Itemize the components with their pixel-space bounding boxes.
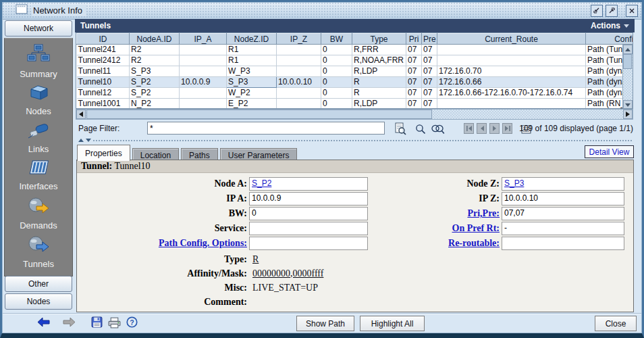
- column-header[interactable]: NodeZ.ID: [227, 34, 277, 45]
- cell-ipZ[interactable]: [277, 66, 321, 77]
- cell-ipA[interactable]: [180, 45, 227, 55]
- cell-nodeZ[interactable]: W_P2: [227, 88, 277, 99]
- collapse-down-icon[interactable]: [86, 139, 91, 142]
- cell-route[interactable]: [437, 45, 586, 55]
- print-icon[interactable]: [108, 317, 121, 331]
- cell-ipA[interactable]: [180, 55, 227, 66]
- scroll-left-icon[interactable]: [76, 110, 86, 119]
- cell-pre[interactable]: 07: [422, 45, 437, 55]
- cell-pre[interactable]: 07: [422, 55, 437, 66]
- cell-pri[interactable]: 07: [406, 55, 422, 66]
- column-header[interactable]: IP_A: [180, 34, 227, 45]
- first-page-icon[interactable]: [464, 123, 474, 134]
- detail-view-button[interactable]: Detail View: [585, 145, 634, 158]
- actions-menu-button[interactable]: Actions: [591, 21, 629, 30]
- field-input[interactable]: S_P2: [249, 177, 368, 191]
- field-value[interactable]: S_P3: [504, 178, 524, 188]
- table-row[interactable]: Tunnel10S_P210.0.0.9S_P310.0.0.100R07071…: [77, 77, 634, 88]
- cell-bw[interactable]: 0: [321, 66, 352, 77]
- sidebar-item-links[interactable]: Links: [27, 122, 50, 154]
- cell-pri[interactable]: 07: [406, 77, 422, 88]
- field-input[interactable]: [249, 237, 368, 250]
- cell-bw[interactable]: 0: [321, 55, 352, 66]
- cell-nodeA[interactable]: R2: [130, 55, 180, 66]
- cell-nodeZ[interactable]: R1: [227, 45, 277, 55]
- cell-id[interactable]: Tunnel1001: [77, 99, 130, 110]
- cell-route[interactable]: 172.16.0.66: [437, 77, 586, 88]
- field-value[interactable]: R: [252, 254, 259, 265]
- horizontal-scrollbar[interactable]: [76, 109, 633, 120]
- column-header[interactable]: Config: [586, 34, 634, 45]
- cell-type[interactable]: R,FRR: [352, 45, 406, 55]
- table-row[interactable]: Tunnel2412R2R10R,NOAA,FRR0707Path (Tunne: [77, 55, 634, 66]
- other-button[interactable]: Other: [5, 276, 72, 292]
- cell-ipZ[interactable]: 10.0.0.10: [277, 77, 321, 88]
- cell-nodeA[interactable]: R2: [130, 45, 180, 55]
- cell-ipA[interactable]: [180, 66, 227, 77]
- cell-nodeZ[interactable]: S_P3: [227, 77, 277, 88]
- cell-pri[interactable]: 07: [406, 66, 422, 77]
- cell-type[interactable]: R: [352, 77, 406, 88]
- forward-icon[interactable]: [63, 317, 76, 330]
- cell-bw[interactable]: 0: [321, 99, 352, 110]
- column-header[interactable]: IP_Z: [277, 34, 321, 45]
- cell-id[interactable]: Tunnel241: [77, 45, 130, 55]
- cell-id[interactable]: Tunnel2412: [77, 55, 130, 66]
- cell-ipA[interactable]: [180, 99, 227, 110]
- column-header[interactable]: Pri: [406, 34, 422, 45]
- field-label[interactable]: Re-routable:: [360, 238, 502, 249]
- column-header[interactable]: ID: [77, 34, 130, 45]
- scroll-right-icon[interactable]: [623, 110, 633, 119]
- collapse-up-icon[interactable]: [78, 139, 84, 142]
- cell-ipZ[interactable]: [277, 88, 321, 99]
- sidebar-item-interfaces[interactable]: Interfaces: [19, 159, 57, 191]
- previous-page-icon[interactable]: [477, 123, 487, 134]
- cell-route[interactable]: 172.16.0.66-172.16.0.70-172.16.0.74: [437, 88, 586, 99]
- field-input[interactable]: -: [502, 222, 624, 235]
- sidebar-item-summary[interactable]: Summary: [20, 44, 57, 79]
- field-input[interactable]: S_P3: [502, 177, 624, 191]
- network-button[interactable]: Network: [5, 20, 72, 37]
- cell-ipA[interactable]: 10.0.0.9: [180, 77, 227, 88]
- cell-id[interactable]: Tunnel12: [77, 88, 130, 99]
- column-header[interactable]: Pre: [422, 34, 437, 45]
- table-row[interactable]: Tunnel1001N_P2E_P20R,LDP0707Path (RN_P: [77, 99, 634, 110]
- cell-ipA[interactable]: [180, 88, 227, 99]
- cell-bw[interactable]: 0: [321, 88, 352, 99]
- cell-pre[interactable]: 07: [422, 99, 437, 110]
- cell-nodeA[interactable]: S_P2: [130, 77, 180, 88]
- cell-bw[interactable]: 0: [321, 77, 352, 88]
- cell-pre[interactable]: 07: [422, 88, 437, 99]
- field-label[interactable]: Path Config. Options:: [78, 238, 249, 249]
- last-page-icon[interactable]: [502, 123, 512, 134]
- cell-nodeA[interactable]: S_P2: [130, 88, 180, 99]
- cell-pri[interactable]: 07: [406, 45, 422, 55]
- column-header[interactable]: Type: [352, 34, 406, 45]
- page-filter-input[interactable]: [147, 122, 385, 135]
- column-header[interactable]: Current_Route: [437, 34, 586, 45]
- cell-route[interactable]: 172.16.0.70: [437, 66, 586, 77]
- cell-ipZ[interactable]: [277, 99, 321, 110]
- zoom-icon[interactable]: [415, 124, 426, 137]
- field-input[interactable]: [502, 237, 624, 250]
- close-icon[interactable]: [626, 5, 638, 17]
- table-row[interactable]: Tunnel11S_P3W_P30R,LDP0707172.16.0.70Pat…: [77, 66, 634, 77]
- minimize-icon[interactable]: [591, 5, 603, 17]
- field-value[interactable]: S_P2: [252, 178, 271, 188]
- column-header[interactable]: NodeA.ID: [130, 34, 180, 45]
- cell-pre[interactable]: 07: [422, 66, 437, 77]
- cell-type[interactable]: R,LDP: [352, 66, 406, 77]
- cell-id[interactable]: Tunnel11: [77, 66, 130, 77]
- cell-bw[interactable]: 0: [321, 45, 352, 55]
- horizontal-scroll-thumb[interactable]: [86, 110, 432, 119]
- sidebar-item-nodes[interactable]: Nodes: [26, 84, 51, 116]
- cell-nodeZ[interactable]: W_P3: [227, 66, 277, 77]
- cell-ipZ[interactable]: [277, 55, 321, 66]
- field-input[interactable]: [249, 222, 368, 235]
- cell-nodeA[interactable]: S_P3: [130, 66, 180, 77]
- tab-properties[interactable]: Properties: [77, 145, 130, 161]
- field-input[interactable]: 07,07: [502, 207, 624, 220]
- next-page-icon[interactable]: [489, 123, 500, 134]
- table-row[interactable]: Tunnel241R2R10R,FRR0707Path (Tunne: [77, 45, 634, 55]
- highlight-all-button[interactable]: Highlight All: [360, 316, 425, 331]
